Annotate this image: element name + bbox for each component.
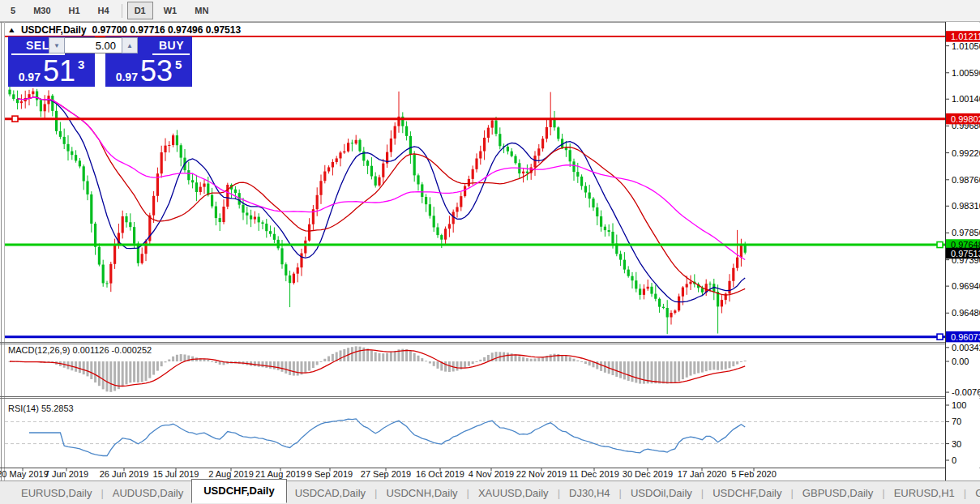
svg-text:21 Aug 2019: 21 Aug 2019 [255,469,306,479]
price-label-0.97513: 0.97513 [946,248,980,259]
svg-text:9 Sep 2019: 9 Sep 2019 [307,469,353,479]
volume-increase-button[interactable]: ▲ [122,37,138,53]
svg-text:0: 0 [952,455,956,465]
rsi-pane: RSI(14) 55.2853 [5,404,945,456]
sell-price-prefix: 0.97 [19,70,41,83]
sell-price: 0.97 51 3 [8,59,95,84]
chart-tab-audusd-daily[interactable]: AUDUSD,Daily [105,484,191,502]
svg-text:1.00590: 1.00590 [952,68,980,78]
ma-10-line [18,97,746,302]
time-axis[interactable]: 20 May 20197 Jun 201926 Jun 201915 Jul 2… [0,468,777,480]
svg-text:2 Aug 2019: 2 Aug 2019 [208,469,254,479]
svg-text:0.96940: 0.96940 [952,281,980,291]
svg-text:22 Nov 2019: 22 Nov 2019 [516,469,567,479]
volume-decrease-button[interactable]: ▼ [49,37,65,53]
chart-tab-eurusd-daily[interactable]: EURUSD,Daily [13,484,100,502]
chart-tab-usdcnh-daily[interactable]: USDCNH,Daily [378,484,465,502]
svg-text:0.00: 0.00 [952,357,969,366]
svg-text:0.98310: 0.98310 [952,201,980,211]
svg-text:0.003428: 0.003428 [952,343,980,352]
chart-tab-gbpusd-daily[interactable]: GBPUSD,Daily [794,484,881,502]
hline-0.99802[interactable] [5,116,945,122]
svg-text:-0.007615: -0.007615 [952,387,980,397]
chart-tab-gbpaud-h1[interactable]: GBPAUD,H1 [967,484,980,502]
svg-text:0.97850: 0.97850 [952,228,980,237]
price-label-0.99802: 0.99802 [946,113,980,125]
ma-24-line [18,97,746,295]
svg-text:30 Dec 2019: 30 Dec 2019 [623,469,673,479]
macd-pane: MACD(12,26,9) 0.001126 -0.000252 [8,345,747,392]
svg-text:4 Nov 2019: 4 Nov 2019 [469,469,514,479]
sell-price-pip: 3 [78,58,84,71]
rsi-label: RSI(14) 55.2853 [8,404,74,413]
svg-text:26 Jun 2019: 26 Jun 2019 [100,469,149,479]
svg-text:27 Sep 2019: 27 Sep 2019 [361,469,411,479]
svg-text:0.99802: 0.99802 [951,114,980,124]
buy-price-prefix: 0.97 [116,70,138,83]
svg-text:30: 30 [952,439,961,449]
price-axis[interactable]: 1.010501.005901.001400.996800.992200.987… [946,22,980,481]
buy-button[interactable]: BUY [159,39,184,52]
volume-input[interactable] [65,37,122,53]
chart-tab-usdoil-daily[interactable]: USDOil,Daily [623,484,700,502]
one-click-trade-panel: SELL 0.97 51 3 BUY 0.97 53 5 ▼ ▲ [8,36,193,87]
chart-tab-xauusd-daily[interactable]: XAUUSD,Daily [470,484,557,502]
svg-text:1.01050: 1.01050 [952,41,980,51]
tab-separator: | [467,487,469,499]
svg-text:0.97513: 0.97513 [951,249,980,258]
tab-separator: | [558,487,560,499]
tab-separator: | [619,487,622,499]
chart-ohlc-values: 0.97700 0.97716 0.97496 0.97513 [92,24,242,36]
svg-text:7 Jun 2019: 7 Jun 2019 [45,469,88,479]
buy-price-main: 53 [140,59,173,84]
svg-text:5 Feb 2020: 5 Feb 2020 [731,469,777,479]
tab-separator: | [882,487,884,499]
svg-text:70: 70 [952,416,961,426]
svg-text:1.00140: 1.00140 [952,94,980,104]
svg-text:16 Oct 2019: 16 Oct 2019 [416,469,464,479]
chart-tab-usdcad-daily[interactable]: USDCAD,Daily [287,484,374,502]
svg-text:0.96073: 0.96073 [951,332,980,342]
chart-tabs-bar: EURUSD,Daily|AUDUSD,DailyUSDCHF,DailyUSD… [0,481,980,504]
trading-platform-window: 5M30H1H4D1W1MN MACD(12,26,9) 0.001126 -0… [0,0,980,504]
chart-tab-usdchf-daily[interactable]: USDCHF,Daily [191,479,286,503]
svg-text:0.98760: 0.98760 [952,175,980,185]
hline-0.96073[interactable] [5,334,945,340]
chart-tab-dj30-h4[interactable]: DJ30,H4 [561,484,618,502]
macd-label: MACD(12,26,9) 0.001126 -0.000252 [8,345,152,355]
svg-text:15 Jul 2019: 15 Jul 2019 [153,469,199,479]
svg-text:17 Jan 2020: 17 Jan 2020 [678,469,727,479]
price-label-0.96073: 0.96073 [946,331,980,343]
sell-price-main: 51 [43,59,75,84]
svg-text:100: 100 [952,400,966,410]
chart-symbol-title: USDCHF,Daily [21,24,87,36]
chart-tab-eurusd-h1[interactable]: EURUSD,H1 [886,484,963,502]
tab-separator: | [701,487,704,499]
chart-arrow-icon: ▲ [7,27,16,34]
buy-price-pip: 5 [175,58,182,71]
candles-layer [8,87,746,334]
tab-separator: | [964,487,966,499]
svg-text:0.99220: 0.99220 [952,148,980,158]
tab-separator: | [790,487,793,499]
volume-spinner: ▼ ▲ [49,37,138,53]
tab-separator: | [101,487,103,499]
svg-text:11 Dec 2019: 11 Dec 2019 [569,469,619,479]
rsi-line [29,419,745,456]
svg-text:1.01211: 1.01211 [951,32,980,41]
price-label-1.01211: 1.01211 [946,31,980,42]
svg-text:0.96480: 0.96480 [952,308,980,318]
svg-text:20 May 2019: 20 May 2019 [0,469,49,479]
tab-separator: | [374,487,377,499]
buy-price: 0.97 53 5 [105,59,192,84]
chart-tab-usdchf-daily[interactable]: USDCHF,Daily [704,484,790,502]
chart-title-bar: ▲ USDCHF,Daily 0.97700 0.97716 0.97496 0… [8,24,241,36]
ma-48-line [18,97,746,259]
